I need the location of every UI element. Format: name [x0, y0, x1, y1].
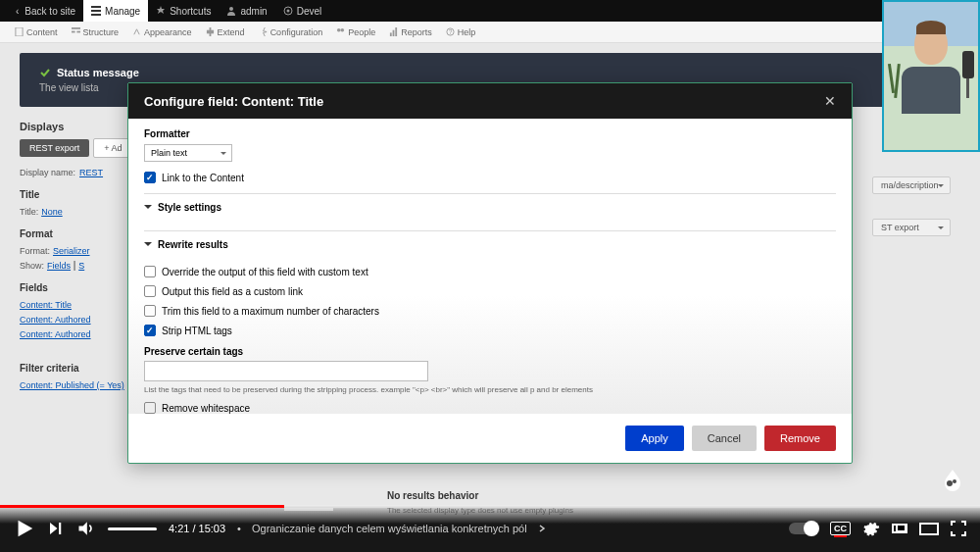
miniplayer-button[interactable]: [892, 524, 907, 533]
remove-button[interactable]: Remove: [764, 426, 836, 451]
svg-marker-23: [50, 523, 58, 534]
modal-header: Configure field: Content: Title ✕: [128, 83, 852, 119]
sb-structure[interactable]: Structure: [65, 27, 126, 37]
cancel-button[interactable]: Cancel: [692, 426, 757, 451]
svg-point-14: [341, 28, 345, 32]
time-display: 4:21 / 15:03: [169, 523, 225, 534]
field-content-title[interactable]: Content: Title: [20, 300, 72, 310]
svg-point-6: [286, 10, 289, 13]
modal-body: Formatter Plain text Link to the Content…: [128, 119, 852, 414]
progress-bar[interactable]: [0, 505, 980, 508]
sb-appearance[interactable]: Appearance: [125, 27, 199, 37]
sb-help[interactable]: ?Help: [439, 27, 483, 37]
settings-button[interactable]: [862, 520, 880, 537]
format-link[interactable]: Serializer: [53, 246, 90, 256]
progress-buffer: [284, 508, 333, 511]
svg-marker-25: [79, 522, 87, 534]
field-content-authored-1[interactable]: Content: Authored: [20, 315, 91, 325]
field-content-authored-2[interactable]: Content: Authored: [20, 329, 91, 339]
svg-rect-9: [72, 31, 75, 33]
video-player-controls: 4:21 / 15:03 • Ograniczanie danych celem…: [0, 505, 980, 552]
presenter: [902, 24, 960, 112]
svg-point-4: [229, 7, 233, 11]
preserve-tags-help: List the tags that need to be preserved …: [144, 385, 836, 394]
link-to-content-label: Link to the Content: [162, 173, 244, 183]
tab-rest-export[interactable]: REST export: [20, 139, 89, 157]
svg-marker-22: [19, 521, 33, 537]
modal-close-button[interactable]: ✕: [824, 93, 836, 109]
sb-people[interactable]: People: [329, 27, 382, 37]
preserve-tags-label: Preserve certain tags: [144, 346, 836, 357]
svg-rect-12: [209, 27, 211, 36]
title-link[interactable]: None: [41, 207, 63, 217]
svg-rect-0: [91, 6, 101, 8]
fullscreen-button[interactable]: [951, 521, 966, 536]
svg-rect-15: [390, 32, 392, 36]
svg-point-20: [947, 480, 953, 486]
override-checkbox[interactable]: [144, 266, 156, 277]
formatter-label: Formatter: [144, 128, 836, 139]
remove-whitespace-checkbox[interactable]: [144, 402, 156, 414]
display-name-link[interactable]: REST: [79, 168, 103, 177]
svg-rect-16: [393, 30, 395, 36]
bg-right-dropdowns: ma/description ST export: [872, 176, 951, 261]
next-button[interactable]: [47, 520, 65, 537]
filter-published[interactable]: Content: Published (= Yes): [20, 380, 124, 390]
microphone: [962, 51, 974, 78]
svg-rect-8: [72, 27, 80, 29]
volume-slider[interactable]: [108, 527, 157, 530]
preserve-tags-input[interactable]: [144, 361, 428, 381]
chevron-down-icon: [144, 205, 152, 213]
sb-content[interactable]: Content: [8, 27, 65, 37]
sb-configuration[interactable]: Configuration: [252, 27, 330, 37]
svg-point-21: [953, 479, 956, 483]
svg-text:?: ?: [448, 28, 452, 35]
play-button[interactable]: [14, 518, 35, 539]
back-to-site[interactable]: ‹Back to site: [8, 0, 83, 22]
theater-button[interactable]: [919, 523, 939, 535]
drupal-logo-icon: [939, 466, 966, 493]
sb-reports[interactable]: Reports: [382, 27, 439, 37]
modal-title: Configure field: Content: Title: [144, 94, 323, 109]
svg-rect-7: [16, 27, 23, 36]
manage-tab[interactable]: Manage: [83, 0, 148, 22]
shortcuts-tab[interactable]: Shortcuts: [148, 0, 219, 22]
devel-tab[interactable]: Devel: [275, 0, 330, 22]
sb-extend[interactable]: Extend: [199, 27, 252, 37]
formatter-select[interactable]: Plain text: [144, 144, 232, 162]
webcam-overlay: [882, 0, 980, 152]
captions-button[interactable]: CC: [830, 522, 851, 535]
custom-link-checkbox[interactable]: [144, 285, 156, 297]
progress-fill: [0, 505, 284, 508]
dd-export[interactable]: ST export: [872, 219, 951, 236]
svg-point-13: [337, 28, 341, 32]
svg-rect-2: [91, 14, 101, 16]
volume-button[interactable]: [76, 519, 96, 538]
rewrite-results-section[interactable]: Rewrite results: [144, 230, 836, 258]
strip-html-checkbox[interactable]: [144, 325, 156, 336]
autoplay-toggle[interactable]: [789, 523, 818, 534]
chevron-down-icon: [144, 242, 152, 250]
admin-toolbar: ‹Back to site Manage Shortcuts admin Dev…: [0, 0, 980, 22]
svg-rect-10: [76, 31, 80, 33]
svg-marker-3: [157, 6, 165, 14]
style-settings-section[interactable]: Style settings: [144, 193, 836, 221]
svg-rect-17: [396, 27, 398, 36]
link-to-content-checkbox[interactable]: [144, 172, 156, 183]
chapter-title[interactable]: • Ograniczanie danych celem wyświetlania…: [237, 523, 546, 534]
dd-description[interactable]: ma/description: [872, 176, 951, 194]
manage-subtoolbar: Content Structure Appearance Extend Conf…: [0, 22, 980, 43]
rewrite-options: Override the output of this field with c…: [144, 266, 836, 414]
apply-button[interactable]: Apply: [625, 426, 684, 451]
configure-field-modal: Configure field: Content: Title ✕ Format…: [127, 82, 853, 464]
no-results-heading: No results behavior: [387, 490, 478, 501]
svg-rect-1: [91, 10, 101, 12]
trim-checkbox[interactable]: [144, 305, 156, 317]
show-link[interactable]: Fields: [47, 261, 71, 271]
svg-rect-24: [59, 523, 61, 534]
admin-tab[interactable]: admin: [219, 0, 274, 22]
modal-footer: Apply Cancel Remove: [128, 414, 852, 463]
